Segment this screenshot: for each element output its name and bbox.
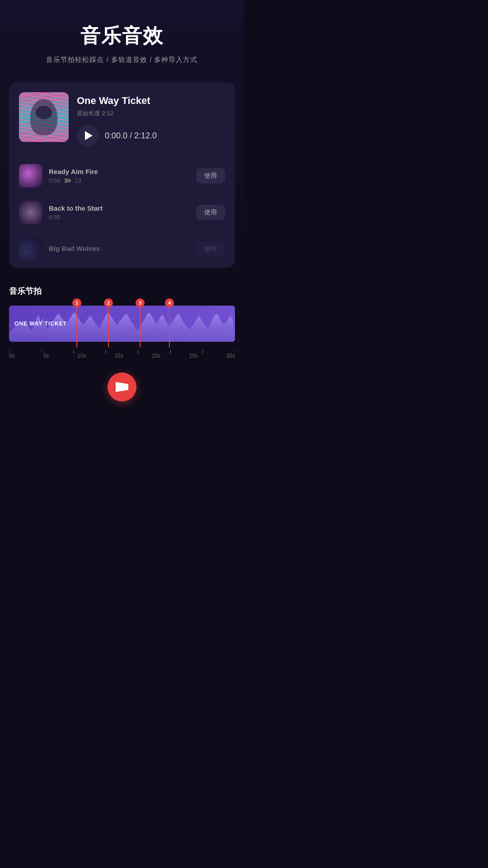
track-thumbnail: [19, 164, 42, 188]
beat-marker-4[interactable]: 4: [165, 298, 174, 307]
album-art: [19, 92, 69, 142]
timeline-label: 15s: [115, 353, 123, 359]
track-name: Back to the Start: [49, 204, 190, 212]
beat-marker-1[interactable]: 1: [72, 298, 81, 307]
track-thumbnail: [19, 201, 42, 224]
track-sub: 0:50 13: [49, 177, 190, 184]
use-button[interactable]: 使用: [196, 241, 225, 257]
timeline-label: 30s: [226, 353, 235, 359]
flag-icon: [65, 178, 71, 183]
track-name: Big Bad Wolves: [49, 245, 190, 252]
use-button[interactable]: 使用: [196, 168, 225, 184]
timeline-ticks: [9, 350, 235, 354]
track-item: Back to the Start 0:35 使用: [19, 194, 225, 231]
song-duration-label: 原始长度 2:12: [77, 109, 225, 118]
flag-icon: [116, 382, 128, 392]
track-thumbnail: [19, 237, 42, 261]
waveform-track[interactable]: ONE WAY TICKET: [9, 306, 235, 342]
now-playing-row: One Way Ticket 原始长度 2:12 0:00.0 / 2:12.0: [19, 92, 225, 146]
timeline-label: 20s: [152, 353, 160, 359]
track-sub: 0:35: [49, 214, 190, 221]
current-time: 0:00.0: [105, 131, 127, 140]
beat-dot-2: 2: [104, 298, 113, 307]
music-card: One Way Ticket 原始长度 2:12 0:00.0 / 2:12.0…: [9, 82, 235, 268]
play-button[interactable]: [77, 125, 99, 146]
beat-line-4: [169, 307, 170, 347]
track-meta: Back to the Start 0:35: [49, 204, 190, 221]
timeline-label: 10s: [77, 353, 86, 359]
timeline-label: 25s: [189, 353, 197, 359]
beat-dot-1: 1: [72, 298, 81, 307]
track-meta: Ready Aim Fire 0:50 13: [49, 168, 190, 184]
beat-line-1: [76, 307, 77, 347]
beat-line-3: [140, 307, 141, 347]
timeline-label: 0s: [9, 353, 15, 359]
beat-marker-3[interactable]: 3: [136, 298, 145, 307]
beat-dot-4: 4: [165, 298, 174, 307]
beat-section: 音乐节拍 1 2 3 4: [9, 286, 235, 401]
time-display: 0:00.0 / 2:12.0: [105, 131, 157, 141]
beat-marker-2[interactable]: 2: [104, 298, 113, 307]
song-title: One Way Ticket: [77, 95, 225, 107]
use-button[interactable]: 使用: [196, 205, 225, 220]
page-title: 音乐音效: [80, 23, 164, 49]
song-info: One Way Ticket 原始长度 2:12 0:00.0 / 2:12.0: [77, 92, 225, 146]
total-time: 2:12.0: [134, 131, 157, 140]
track-meta: Big Bad Wolves: [49, 245, 190, 254]
flag-button[interactable]: [108, 373, 136, 401]
track-list: Ready Aim Fire 0:50 13 使用 Back to the St…: [19, 157, 225, 268]
beat-section-label: 音乐节拍: [9, 286, 235, 297]
page-subtitle: 音乐节拍轻松踩点 / 多轨道音效 / 多种导入方式: [46, 56, 197, 64]
track-item: Big Bad Wolves 使用: [19, 231, 225, 268]
timeline-label: 5s: [43, 353, 49, 359]
timeline-labels: 0s 5s 10s 15s 20s 25s 30s: [9, 353, 235, 359]
time-separator: /: [130, 131, 134, 140]
track-item: Ready Aim Fire 0:50 13 使用: [19, 158, 225, 194]
waveform-container: 1 2 3 4 ONE WAY TICKET: [9, 306, 235, 342]
beat-line-2: [108, 307, 109, 347]
player-controls: 0:00.0 / 2:12.0: [77, 125, 225, 146]
app-page: 音乐音效 音乐节拍轻松踩点 / 多轨道音效 / 多种导入方式 One Way T…: [0, 0, 244, 434]
track-label: ONE WAY TICKET: [14, 321, 67, 327]
timeline: 0s 5s 10s 15s 20s 25s 30s: [9, 344, 235, 362]
beat-dot-3: 3: [136, 298, 145, 307]
track-name: Ready Aim Fire: [49, 168, 190, 175]
